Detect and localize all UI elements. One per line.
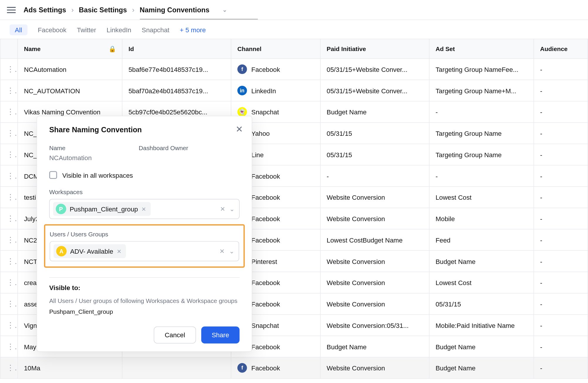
share-button[interactable]: Share (201, 326, 240, 343)
cell-audience: - (534, 357, 588, 379)
cell-paid-initiative: Budget Name (320, 336, 429, 357)
divider (49, 277, 240, 278)
cell-paid-initiative: 05/31/15+Website Conver... (320, 80, 429, 101)
visible-all-checkbox[interactable] (49, 171, 57, 179)
chip-label: Pushpam_Client_group (70, 205, 138, 213)
cell-ad-set: - (429, 165, 534, 187)
cell-paid-initiative: Website Conversion (320, 293, 429, 315)
hamburger-icon[interactable] (7, 7, 16, 13)
cell-audience: - (534, 229, 588, 251)
cell-paid-initiative: Website Conversion (320, 208, 429, 229)
visible-all-label: Visible in all workspaces (62, 171, 133, 179)
cell-channel: fFacebook (231, 59, 320, 80)
channel-tabs: All Facebook Twitter LinkedIn Snapchat +… (0, 20, 588, 39)
users-groups-label: Users / Users Groups (50, 231, 239, 238)
table-row[interactable]: ⋮NC_AUTOMATION5baf70a2e4b0148537c19...in… (0, 80, 588, 101)
chevron-right-icon: › (132, 6, 134, 14)
col-paid-initiative[interactable]: Paid Initiative (320, 39, 429, 59)
tab-all[interactable]: All (10, 24, 27, 35)
row-menu-icon[interactable]: ⋮ (0, 187, 18, 208)
row-menu-icon[interactable]: ⋮ (0, 101, 18, 123)
facebook-icon: f (237, 363, 247, 373)
avatar: P (56, 204, 66, 214)
cell-audience: - (534, 187, 588, 208)
cell-id: 5baf6e77e4b0148537c19... (122, 59, 231, 80)
row-menu-icon[interactable]: ⋮ (0, 357, 18, 379)
tab-linkedin[interactable]: LinkedIn (107, 26, 131, 33)
cell-channel: inLinkedIn (231, 80, 320, 101)
linkedin-icon: in (237, 86, 247, 95)
chevron-down-icon[interactable]: ⌄ (229, 248, 234, 255)
lock-icon: 🔒 (109, 45, 116, 52)
row-menu-icon[interactable]: ⋮ (0, 315, 18, 336)
visible-to-desc: All Users / User groups of following Wor… (49, 296, 240, 306)
row-menu-icon[interactable]: ⋮ (0, 208, 18, 229)
clear-icon[interactable]: ✕ (219, 248, 225, 255)
cell-audience: - (534, 59, 588, 80)
col-audience[interactable]: Audience (534, 39, 588, 59)
workspaces-select[interactable]: P Pushpam_Client_group ✕ ✕ ⌄ (49, 199, 240, 219)
row-menu-icon[interactable]: ⋮ (0, 229, 18, 251)
crumb-basic-settings[interactable]: Basic Settings (79, 6, 127, 14)
row-menu-icon[interactable]: ⋮ (0, 250, 18, 272)
col-ad-set[interactable]: Ad Set (429, 39, 534, 59)
cell-ad-set: Lowest Cost (429, 187, 534, 208)
cell-audience: - (534, 336, 588, 357)
cell-ad-set: Mobile:Paid Initiative Name (429, 315, 534, 336)
tab-twitter[interactable]: Twitter (77, 26, 96, 33)
cell-audience: - (534, 293, 588, 315)
cell-ad-set: Budget Name (429, 357, 534, 379)
visible-to-label: Visible to: (49, 284, 240, 291)
user-chip: A ADV- Available ✕ (54, 244, 126, 258)
users-groups-select[interactable]: A ADV- Available ✕ ✕ ⌄ (50, 241, 239, 261)
cell-paid-initiative: 05/31/15+Website Conver... (320, 59, 429, 80)
row-menu-icon[interactable]: ⋮ (0, 123, 18, 144)
row-menu-icon[interactable]: ⋮ (0, 144, 18, 165)
cancel-button[interactable]: Cancel (154, 326, 196, 343)
row-menu-icon[interactable]: ⋮ (0, 165, 18, 187)
col-name[interactable]: Name🔒 (18, 39, 122, 59)
table-row[interactable]: ⋮NCAutomation5baf6e77e4b0148537c19...fFa… (0, 59, 588, 80)
users-groups-highlight: Users / Users Groups A ADV- Available ✕ … (44, 224, 245, 267)
cell-channel: fFacebook (231, 357, 320, 379)
row-menu-icon[interactable]: ⋮ (0, 59, 18, 80)
cell-audience: - (534, 144, 588, 165)
cell-paid-initiative: Budget Name (320, 101, 429, 123)
remove-chip-icon[interactable]: ✕ (141, 206, 146, 212)
cell-paid-initiative: Website Conversion (320, 250, 429, 272)
cell-ad-set: 05/31/15 (429, 293, 534, 315)
row-menu-icon[interactable]: ⋮ (0, 293, 18, 315)
cell-paid-initiative: Website Conversion:05/31... (320, 315, 429, 336)
cell-ad-set: Targeting Group NameFee... (429, 59, 534, 80)
share-naming-convention-modal: Share Naming Convention ✕ Name NCAutomat… (37, 116, 252, 352)
remove-chip-icon[interactable]: ✕ (117, 248, 121, 254)
breadcrumb: Ads Settings › Basic Settings › Naming C… (23, 6, 258, 14)
workspace-chip: P Pushpam_Client_group ✕ (53, 202, 151, 216)
crumb-ads-settings[interactable]: Ads Settings (23, 6, 66, 14)
facebook-icon: f (237, 65, 247, 74)
table-row[interactable]: ⋮10MafFacebookWebsite ConversionBudget N… (0, 357, 588, 379)
cell-audience: - (534, 101, 588, 123)
cell-audience: - (534, 80, 588, 101)
chevron-down-icon[interactable]: ⌄ (229, 206, 235, 213)
row-menu-icon[interactable]: ⋮ (0, 80, 18, 101)
row-menu-icon[interactable]: ⋮ (0, 336, 18, 357)
cell-paid-initiative: Website Conversion (320, 187, 429, 208)
name-value: NCAutomation (49, 154, 92, 161)
chevron-down-icon[interactable]: ⌄ (222, 6, 227, 13)
clear-icon[interactable]: ✕ (220, 206, 225, 213)
cell-audience: - (534, 208, 588, 229)
tab-facebook[interactable]: Facebook (38, 26, 67, 33)
col-actions (0, 39, 18, 59)
tabs-more[interactable]: + 5 more (180, 26, 206, 33)
col-id[interactable]: Id (122, 39, 231, 59)
tab-snapchat[interactable]: Snapchat (142, 26, 169, 33)
close-icon[interactable]: ✕ (236, 124, 243, 135)
col-channel[interactable]: Channel (231, 39, 320, 59)
row-menu-icon[interactable]: ⋮ (0, 272, 18, 293)
crumb-naming-conventions[interactable]: Naming Conventions ⌄ (140, 6, 258, 19)
cell-id (122, 357, 231, 379)
cell-name: NC_AUTOMATION (18, 80, 122, 101)
cell-name: 10Ma (18, 357, 122, 379)
cell-paid-initiative: Lowest CostBudget Name (320, 229, 429, 251)
